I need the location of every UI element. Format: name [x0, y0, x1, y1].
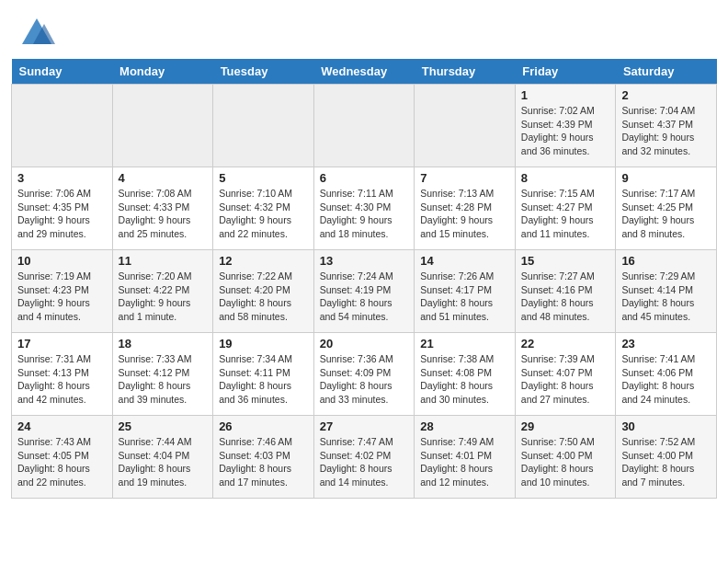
day-number: 18	[119, 337, 208, 350]
day-number: 14	[420, 254, 509, 268]
calendar-table: SundayMondayTuesdayWednesdayThursdayFrid…	[11, 59, 717, 499]
weekday-header: Tuesday	[213, 59, 314, 85]
day-number: 28	[420, 419, 509, 433]
calendar-cell: 4Sunrise: 7:08 AM Sunset: 4:33 PM Daylig…	[112, 167, 213, 250]
calendar-cell: 19Sunrise: 7:34 AM Sunset: 4:11 PM Dayli…	[213, 333, 314, 416]
day-info: Sunrise: 7:50 AM Sunset: 4:00 PM Dayligh…	[521, 435, 610, 489]
day-info: Sunrise: 7:31 AM Sunset: 4:13 PM Dayligh…	[17, 352, 107, 407]
day-number: 21	[420, 337, 509, 350]
day-info: Sunrise: 7:38 AM Sunset: 4:08 PM Dayligh…	[420, 352, 509, 407]
day-info: Sunrise: 7:27 AM Sunset: 4:16 PM Dayligh…	[521, 270, 610, 324]
calendar-cell: 27Sunrise: 7:47 AM Sunset: 4:02 PM Dayli…	[313, 416, 415, 499]
day-info: Sunrise: 7:02 AM Sunset: 4:39 PM Dayligh…	[521, 104, 610, 158]
day-number: 5	[219, 171, 308, 185]
calendar-cell: 21Sunrise: 7:38 AM Sunset: 4:08 PM Dayli…	[415, 333, 516, 416]
day-number: 27	[320, 419, 409, 433]
day-info: Sunrise: 7:26 AM Sunset: 4:17 PM Dayligh…	[420, 270, 509, 324]
calendar-cell	[213, 85, 314, 167]
calendar-cell: 10Sunrise: 7:19 AM Sunset: 4:23 PM Dayli…	[12, 250, 113, 333]
day-info: Sunrise: 7:04 AM Sunset: 4:37 PM Dayligh…	[621, 104, 711, 158]
calendar-cell: 6Sunrise: 7:11 AM Sunset: 4:30 PM Daylig…	[313, 167, 415, 250]
calendar-week-row: 1Sunrise: 7:02 AM Sunset: 4:39 PM Daylig…	[12, 85, 717, 167]
day-number: 11	[119, 254, 208, 268]
weekday-header: Monday	[112, 59, 213, 85]
calendar-cell: 14Sunrise: 7:26 AM Sunset: 4:17 PM Dayli…	[415, 250, 516, 333]
day-info: Sunrise: 7:24 AM Sunset: 4:19 PM Dayligh…	[320, 270, 409, 324]
day-info: Sunrise: 7:13 AM Sunset: 4:28 PM Dayligh…	[420, 187, 509, 241]
day-number: 16	[621, 254, 711, 268]
weekday-header: Sunday	[12, 59, 113, 85]
day-info: Sunrise: 7:19 AM Sunset: 4:23 PM Dayligh…	[17, 270, 107, 324]
day-info: Sunrise: 7:52 AM Sunset: 4:00 PM Dayligh…	[621, 435, 711, 489]
day-info: Sunrise: 7:41 AM Sunset: 4:06 PM Dayligh…	[621, 352, 711, 407]
day-info: Sunrise: 7:46 AM Sunset: 4:03 PM Dayligh…	[219, 435, 308, 489]
calendar: SundayMondayTuesdayWednesdayThursdayFrid…	[0, 59, 728, 510]
day-number: 1	[521, 88, 610, 102]
calendar-cell: 22Sunrise: 7:39 AM Sunset: 4:07 PM Dayli…	[515, 333, 616, 416]
weekday-header-row: SundayMondayTuesdayWednesdayThursdayFrid…	[12, 59, 717, 85]
day-number: 20	[320, 337, 409, 350]
day-number: 19	[219, 337, 308, 350]
day-info: Sunrise: 7:36 AM Sunset: 4:09 PM Dayligh…	[320, 352, 409, 407]
calendar-cell: 11Sunrise: 7:20 AM Sunset: 4:22 PM Dayli…	[112, 250, 213, 333]
day-info: Sunrise: 7:49 AM Sunset: 4:01 PM Dayligh…	[420, 435, 509, 489]
logo-icon	[18, 15, 55, 52]
weekday-header: Friday	[515, 59, 616, 85]
calendar-week-row: 10Sunrise: 7:19 AM Sunset: 4:23 PM Dayli…	[12, 250, 717, 333]
calendar-cell: 25Sunrise: 7:44 AM Sunset: 4:04 PM Dayli…	[112, 416, 213, 499]
day-info: Sunrise: 7:15 AM Sunset: 4:27 PM Dayligh…	[521, 187, 610, 241]
calendar-cell: 1Sunrise: 7:02 AM Sunset: 4:39 PM Daylig…	[515, 85, 616, 167]
calendar-cell: 17Sunrise: 7:31 AM Sunset: 4:13 PM Dayli…	[12, 333, 113, 416]
calendar-cell: 24Sunrise: 7:43 AM Sunset: 4:05 PM Dayli…	[12, 416, 113, 499]
day-number: 12	[219, 254, 308, 268]
day-number: 10	[17, 254, 107, 268]
weekday-header: Wednesday	[313, 59, 415, 85]
calendar-cell: 26Sunrise: 7:46 AM Sunset: 4:03 PM Dayli…	[213, 416, 314, 499]
day-number: 9	[621, 171, 711, 185]
day-number: 13	[320, 254, 409, 268]
calendar-week-row: 17Sunrise: 7:31 AM Sunset: 4:13 PM Dayli…	[12, 333, 717, 416]
day-number: 26	[219, 419, 308, 433]
day-info: Sunrise: 7:08 AM Sunset: 4:33 PM Dayligh…	[119, 187, 208, 241]
calendar-cell: 5Sunrise: 7:10 AM Sunset: 4:32 PM Daylig…	[213, 167, 314, 250]
day-number: 23	[621, 337, 711, 350]
day-info: Sunrise: 7:10 AM Sunset: 4:32 PM Dayligh…	[219, 187, 308, 241]
day-info: Sunrise: 7:06 AM Sunset: 4:35 PM Dayligh…	[17, 187, 107, 241]
day-number: 29	[521, 419, 610, 433]
day-number: 4	[119, 171, 208, 185]
day-info: Sunrise: 7:44 AM Sunset: 4:04 PM Dayligh…	[119, 435, 208, 489]
calendar-cell: 18Sunrise: 7:33 AM Sunset: 4:12 PM Dayli…	[112, 333, 213, 416]
day-info: Sunrise: 7:43 AM Sunset: 4:05 PM Dayligh…	[17, 435, 107, 489]
logo	[18, 15, 61, 52]
calendar-cell: 12Sunrise: 7:22 AM Sunset: 4:20 PM Dayli…	[213, 250, 314, 333]
day-number: 17	[17, 337, 107, 350]
calendar-cell: 9Sunrise: 7:17 AM Sunset: 4:25 PM Daylig…	[616, 167, 717, 250]
calendar-cell: 20Sunrise: 7:36 AM Sunset: 4:09 PM Dayli…	[313, 333, 415, 416]
calendar-cell: 23Sunrise: 7:41 AM Sunset: 4:06 PM Dayli…	[616, 333, 717, 416]
day-info: Sunrise: 7:39 AM Sunset: 4:07 PM Dayligh…	[521, 352, 610, 407]
day-number: 6	[320, 171, 409, 185]
day-info: Sunrise: 7:29 AM Sunset: 4:14 PM Dayligh…	[621, 270, 711, 324]
day-number: 24	[17, 419, 107, 433]
day-number: 25	[119, 419, 208, 433]
day-number: 7	[420, 171, 509, 185]
calendar-cell: 29Sunrise: 7:50 AM Sunset: 4:00 PM Dayli…	[515, 416, 616, 499]
page-header	[0, 0, 728, 59]
calendar-cell: 15Sunrise: 7:27 AM Sunset: 4:16 PM Dayli…	[515, 250, 616, 333]
calendar-cell	[112, 85, 213, 167]
calendar-cell: 28Sunrise: 7:49 AM Sunset: 4:01 PM Dayli…	[415, 416, 516, 499]
weekday-header: Thursday	[415, 59, 516, 85]
calendar-cell	[415, 85, 516, 167]
day-number: 8	[521, 171, 610, 185]
calendar-cell: 7Sunrise: 7:13 AM Sunset: 4:28 PM Daylig…	[415, 167, 516, 250]
day-number: 3	[17, 171, 107, 185]
day-number: 2	[621, 88, 711, 102]
calendar-cell	[313, 85, 415, 167]
day-number: 30	[621, 419, 711, 433]
day-info: Sunrise: 7:11 AM Sunset: 4:30 PM Dayligh…	[320, 187, 409, 241]
day-info: Sunrise: 7:17 AM Sunset: 4:25 PM Dayligh…	[621, 187, 711, 241]
calendar-cell: 13Sunrise: 7:24 AM Sunset: 4:19 PM Dayli…	[313, 250, 415, 333]
calendar-cell: 16Sunrise: 7:29 AM Sunset: 4:14 PM Dayli…	[616, 250, 717, 333]
day-info: Sunrise: 7:22 AM Sunset: 4:20 PM Dayligh…	[219, 270, 308, 324]
calendar-cell	[12, 85, 113, 167]
